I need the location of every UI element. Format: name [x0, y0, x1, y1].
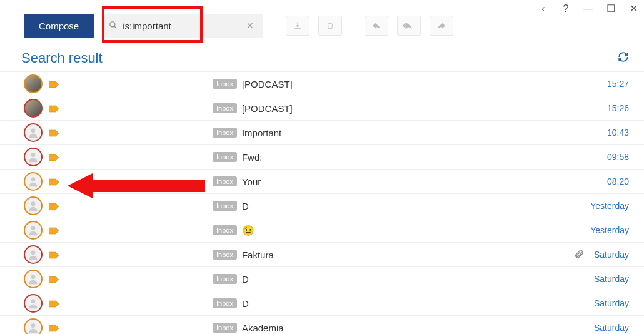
download-icon: [293, 21, 302, 30]
svg-point-2: [31, 128, 36, 133]
mail-row[interactable]: Inbox[PODCAST]15:27: [0, 71, 644, 96]
subject-text: Akademia: [242, 323, 284, 333]
reply-icon: [371, 21, 381, 30]
svg-point-9: [31, 299, 36, 303]
toolbar-separator: [274, 18, 274, 34]
reply-button[interactable]: [365, 16, 388, 36]
subject-text: D: [242, 201, 249, 211]
search-input[interactable]: [123, 21, 244, 31]
svg-point-3: [31, 153, 36, 157]
minimize-button[interactable]: —: [583, 3, 594, 14]
subject-text: Important: [242, 128, 281, 138]
reply-all-button[interactable]: [397, 16, 421, 36]
avatar: [24, 221, 43, 240]
subject-area: InboxFaktura: [213, 250, 569, 260]
folder-chip: Inbox: [213, 225, 237, 235]
avatar: [24, 74, 43, 93]
refresh-button[interactable]: [618, 51, 629, 66]
window-controls: ‹ ? — ☐ ✕: [538, 3, 639, 14]
folder-chip: Inbox: [213, 103, 237, 113]
subject-area: InboxImportant: [213, 128, 569, 138]
subject-text: Fwd:: [242, 152, 263, 163]
refresh-icon: [618, 51, 629, 63]
svg-point-8: [31, 275, 36, 279]
folder-chip: Inbox: [213, 79, 237, 89]
mail-row[interactable]: InboxDSaturday: [0, 266, 644, 291]
time-label: Yesterday: [590, 225, 629, 235]
time-label: 15:27: [607, 79, 629, 89]
mail-row[interactable]: Inbox[PODCAST]15:26: [0, 96, 644, 120]
important-tag-icon: [49, 275, 59, 283]
subject-text: Faktura: [242, 250, 274, 260]
subject-area: Inbox[PODCAST]: [213, 79, 569, 89]
important-tag-icon: [49, 300, 59, 307]
trash-icon: [326, 21, 335, 30]
avatar: [24, 99, 43, 118]
folder-chip: Inbox: [213, 152, 237, 162]
folder-chip: Inbox: [213, 201, 237, 211]
subject-area: Inbox[PODCAST]: [213, 103, 569, 114]
svg-point-10: [31, 323, 36, 328]
mail-row[interactable]: InboxFakturaSaturday: [0, 242, 644, 266]
avatar: [24, 196, 43, 215]
svg-point-0: [110, 21, 115, 26]
mail-row[interactable]: InboxDSaturday: [0, 291, 644, 315]
svg-point-5: [31, 201, 36, 206]
close-button[interactable]: ✕: [628, 3, 639, 14]
important-tag-icon: [49, 202, 59, 210]
folder-chip: Inbox: [213, 323, 237, 333]
subject-area: InboxAkademia: [213, 323, 569, 333]
folder-chip: Inbox: [213, 250, 237, 260]
avatar: [24, 318, 43, 334]
important-tag-icon: [49, 178, 59, 185]
folder-chip: Inbox: [213, 176, 237, 186]
mail-row[interactable]: InboxImportant10:43: [0, 120, 644, 144]
subject-area: Inbox😉: [213, 225, 569, 236]
subject-area: InboxD: [213, 201, 569, 211]
folder-chip: Inbox: [213, 298, 237, 308]
page-title: Search result: [21, 50, 103, 66]
maximize-button[interactable]: ☐: [605, 3, 616, 14]
attachment-icon: [574, 249, 584, 261]
mail-row[interactable]: InboxAkademiaSaturday: [0, 315, 644, 334]
heading-row: Search result: [0, 41, 644, 69]
important-tag-icon: [49, 324, 59, 331]
subject-text: Your: [242, 176, 261, 187]
time-label: Yesterday: [590, 201, 629, 211]
important-tag-icon: [49, 226, 59, 234]
folder-chip: Inbox: [213, 274, 237, 284]
mail-row[interactable]: InboxDYesterday: [0, 193, 644, 218]
subject-text: D: [242, 274, 249, 285]
avatar: [24, 294, 43, 313]
mail-list: Inbox[PODCAST]15:27Inbox[PODCAST]15:26In…: [0, 71, 644, 334]
help-button[interactable]: ?: [560, 3, 571, 14]
reply-all-icon: [403, 21, 415, 30]
mail-row[interactable]: Inbox😉Yesterday: [0, 218, 644, 242]
prev-button[interactable]: ‹: [538, 3, 549, 14]
important-tag-icon: [49, 129, 59, 136]
search-box[interactable]: ✕: [103, 14, 263, 38]
subject-area: InboxFwd:: [213, 152, 569, 163]
download-button[interactable]: [286, 16, 309, 36]
subject-text: [PODCAST]: [242, 79, 293, 89]
forward-button[interactable]: [430, 16, 453, 36]
forward-icon: [436, 21, 446, 30]
subject-text: [PODCAST]: [242, 103, 293, 114]
avatar: [24, 245, 43, 264]
svg-point-6: [31, 226, 36, 230]
important-tag-icon: [49, 104, 59, 112]
compose-button[interactable]: Compose: [24, 14, 94, 38]
subject-area: InboxYour: [213, 176, 569, 187]
folder-chip: Inbox: [213, 128, 237, 138]
important-tag-icon: [49, 251, 59, 258]
mail-row[interactable]: InboxYour08:20: [0, 169, 644, 193]
time-label: Saturday: [594, 250, 629, 260]
avatar: [24, 270, 43, 288]
subject-text: D: [242, 298, 249, 309]
delete-button[interactable]: [318, 16, 342, 36]
time-label: Saturday: [594, 298, 629, 308]
time-label: 10:43: [607, 128, 629, 138]
clear-search-icon[interactable]: ✕: [244, 18, 256, 33]
mail-row[interactable]: InboxFwd:09:58: [0, 144, 644, 169]
time-label: 15:26: [607, 103, 629, 113]
